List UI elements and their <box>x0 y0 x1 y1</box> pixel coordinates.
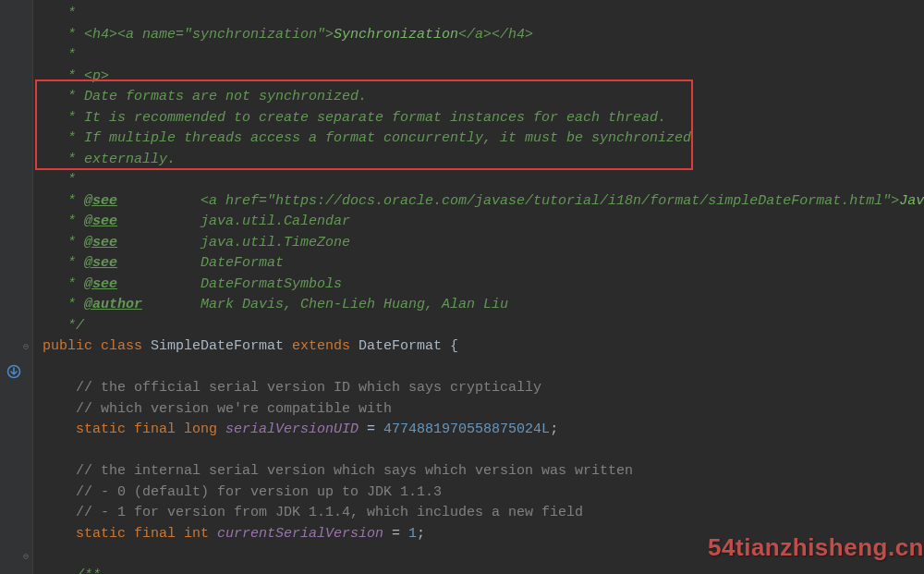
comment-text: * <box>59 214 84 229</box>
javadoc-see-tag: @see <box>84 193 117 209</box>
comment-text <box>117 193 201 209</box>
javadoc-see-tag: @see <box>84 276 117 292</box>
comment-text: * <box>59 276 84 292</box>
override-icon[interactable] <box>6 363 22 380</box>
brace: { <box>450 338 458 354</box>
comment-text: * <box>59 6 76 21</box>
comment-text: Synchronization <box>334 27 458 43</box>
javadoc-open: /** <box>76 568 101 575</box>
comment-text: * <box>59 297 84 312</box>
comment-text: java.util.TimeZone <box>117 235 350 250</box>
line-comment: // - 1 for version from JDK 1.1.4, which… <box>76 505 583 520</box>
comment-text: Java Tutor <box>899 193 924 209</box>
comment-text: * externally. <box>59 152 176 167</box>
comment-text: * It is recommended to create separate f… <box>59 110 666 126</box>
html-tag: <a href="https://docs.oracle.com/javase/… <box>201 193 899 209</box>
line-comment: // the official serial version ID which … <box>76 380 541 396</box>
comment-text: */ <box>59 318 84 334</box>
html-tag: <a name="synchronization"> <box>117 27 334 43</box>
class-name: SimpleDateFormat <box>151 338 292 354</box>
comment-text: * Date formats are not synchronized. <box>59 89 367 104</box>
watermark-text: 54tianzhisheng.cn <box>708 533 924 562</box>
number-literal: 4774881970558875024L <box>383 421 550 437</box>
javadoc-see-tag: @see <box>84 235 117 250</box>
operator: = <box>359 421 383 437</box>
comment-text: Mark Davis, Chen-Lieh Huang, Alan Liu <box>142 297 508 312</box>
line-comment: // which version we're compatible with <box>76 401 392 417</box>
html-tag: <p> <box>84 68 109 84</box>
comment-text: * <box>59 47 76 63</box>
class-name: DateFormat <box>359 338 450 354</box>
keyword-static: static <box>76 421 134 437</box>
keyword-public: public <box>43 338 101 354</box>
operator: = <box>383 526 408 542</box>
comment-text: * <box>59 193 84 209</box>
keyword-extends: extends <box>292 338 359 354</box>
keyword-static: static <box>76 526 134 542</box>
javadoc-author-tag: @author <box>84 297 142 312</box>
comment-text: java.util.Calendar <box>117 214 350 229</box>
comment-text: DateFormatSymbols <box>117 276 342 292</box>
semicolon: ; <box>417 526 425 542</box>
field-name: currentSerialVersion <box>217 526 383 542</box>
comment-text: * If multiple threads access a format co… <box>59 130 691 146</box>
keyword-long: long <box>184 421 225 437</box>
comment-text: * <box>59 172 76 188</box>
comment-text: * <box>59 27 84 43</box>
semicolon: ; <box>550 421 558 437</box>
html-tag: <h4> <box>84 27 117 43</box>
comment-text: * <box>59 235 84 250</box>
comment-text: * <box>59 68 84 84</box>
javadoc-see-tag: @see <box>84 255 117 271</box>
javadoc-see-tag: @see <box>84 214 117 229</box>
keyword-final: final <box>134 526 184 542</box>
comment-text: DateFormat <box>117 255 284 271</box>
editor-gutter[interactable]: ⊖ ⊖ <box>0 0 33 574</box>
field-name: serialVersionUID <box>225 421 359 437</box>
code-editor[interactable]: * * <h4><a name="synchronization">Synchr… <box>33 0 924 574</box>
fold-indicator[interactable]: ⊖ <box>23 341 29 352</box>
comment-text: * <box>59 255 84 271</box>
fold-indicator[interactable]: ⊖ <box>23 551 29 562</box>
keyword-int: int <box>184 526 217 542</box>
keyword-final: final <box>134 421 184 437</box>
keyword-class: class <box>101 338 151 354</box>
number-literal: 1 <box>408 526 417 542</box>
line-comment: // - 0 (default) for version up to JDK 1… <box>76 484 442 500</box>
line-comment: // the internal serial version which say… <box>76 463 633 479</box>
html-tag: </a></h4> <box>458 27 533 43</box>
